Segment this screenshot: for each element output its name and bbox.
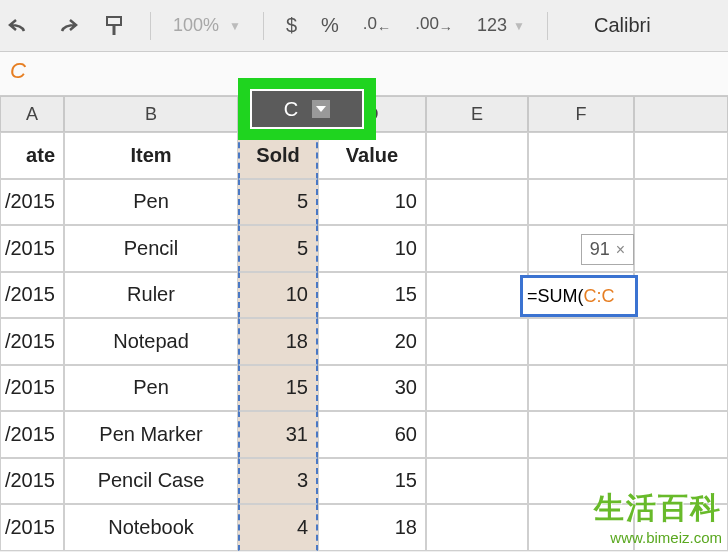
cell-item[interactable]: Pencil Case <box>64 458 238 505</box>
cell[interactable] <box>634 318 728 365</box>
separator <box>547 12 548 40</box>
cell[interactable] <box>528 318 634 365</box>
cell[interactable] <box>634 179 728 226</box>
number-format-group: $ % .0← .00→ 123 ▼ <box>286 14 525 37</box>
column-dropdown-icon[interactable] <box>312 100 330 118</box>
cell[interactable] <box>634 225 728 272</box>
cell-date[interactable]: /2015 <box>0 411 64 458</box>
close-icon[interactable]: × <box>616 241 625 259</box>
cell-date[interactable]: /2015 <box>0 179 64 226</box>
watermark: 生活百科 www.bimeiz.com <box>594 488 722 546</box>
cell-item[interactable]: Notebook <box>64 504 238 551</box>
cell-header-date[interactable]: ate <box>0 132 64 179</box>
cell-item[interactable]: Ruler <box>64 272 238 319</box>
col-header-e[interactable]: E <box>426 96 528 132</box>
toolbar: 100% ▼ $ % .0← .00→ 123 ▼ Calibri <box>0 0 728 52</box>
cell-sold[interactable]: 3 <box>238 458 318 505</box>
cell-item[interactable]: Pencil <box>64 225 238 272</box>
cell-value[interactable]: 15 <box>318 458 426 505</box>
spreadsheet-grid: A B D E F C ate Item Sold Value /2015 Pe… <box>0 96 728 551</box>
cell[interactable] <box>426 225 528 272</box>
cell-value[interactable]: 60 <box>318 411 426 458</box>
cell-sold[interactable]: 5 <box>238 225 318 272</box>
cell[interactable] <box>426 458 528 505</box>
cell[interactable] <box>426 411 528 458</box>
chevron-down-icon: ▼ <box>229 19 241 33</box>
watermark-url: www.bimeiz.com <box>594 529 722 546</box>
cell-item[interactable]: Pen <box>64 179 238 226</box>
cell[interactable] <box>634 411 728 458</box>
paint-format-icon[interactable] <box>102 13 128 39</box>
cell[interactable] <box>528 365 634 412</box>
cell-value[interactable]: 15 <box>318 272 426 319</box>
cell-date[interactable]: /2015 <box>0 272 64 319</box>
cell-sold[interactable]: 10 <box>238 272 318 319</box>
cell[interactable] <box>634 132 728 179</box>
col-header-b[interactable]: B <box>64 96 238 132</box>
cell[interactable] <box>528 132 634 179</box>
cell[interactable] <box>426 132 528 179</box>
col-header-f[interactable]: F <box>528 96 634 132</box>
cell-value[interactable]: 10 <box>318 179 426 226</box>
cell-date[interactable]: /2015 <box>0 504 64 551</box>
font-selector[interactable]: Calibri <box>594 14 651 37</box>
col-label: C <box>284 98 298 121</box>
table-row: /2015 Pen Marker 31 60 <box>0 411 728 458</box>
currency-button[interactable]: $ <box>286 14 297 37</box>
cell[interactable] <box>634 272 728 319</box>
increase-decimal-button[interactable]: .00→ <box>415 14 453 36</box>
percent-button[interactable]: % <box>321 14 339 37</box>
cell[interactable] <box>528 179 634 226</box>
chevron-down-icon: ▼ <box>513 19 525 33</box>
table-row: /2015 Pen 5 10 <box>0 179 728 226</box>
redo-icon[interactable] <box>54 13 80 39</box>
col-header-a[interactable]: A <box>0 96 64 132</box>
cell[interactable] <box>426 365 528 412</box>
cell[interactable] <box>426 504 528 551</box>
svg-rect-0 <box>107 17 121 25</box>
cell-item[interactable]: Pen <box>64 365 238 412</box>
cell-sold[interactable]: 5 <box>238 179 318 226</box>
cell-value[interactable]: 20 <box>318 318 426 365</box>
zoom-dropdown[interactable]: 100% ▼ <box>173 15 241 36</box>
selected-column-highlight: C <box>238 78 376 140</box>
tooltip-value: 91 <box>590 239 610 260</box>
watermark-text: 生活百科 <box>594 488 722 529</box>
cell-value[interactable]: 30 <box>318 365 426 412</box>
cell-date[interactable]: /2015 <box>0 365 64 412</box>
formula-prefix: =SUM( <box>527 286 584 307</box>
cell-sold[interactable]: 4 <box>238 504 318 551</box>
separator <box>150 12 151 40</box>
formula-range-ref: C:C <box>584 286 615 307</box>
cell-date[interactable]: /2015 <box>0 318 64 365</box>
zoom-value: 100% <box>173 15 219 36</box>
cell[interactable] <box>426 179 528 226</box>
cell-sold[interactable]: 18 <box>238 318 318 365</box>
cell-header-item[interactable]: Item <box>64 132 238 179</box>
undo-icon[interactable] <box>6 13 32 39</box>
separator <box>263 12 264 40</box>
cell-item[interactable]: Notepad <box>64 318 238 365</box>
cell-item[interactable]: Pen Marker <box>64 411 238 458</box>
decrease-decimal-button[interactable]: .0← <box>363 14 391 36</box>
cell-date[interactable]: /2015 <box>0 458 64 505</box>
cell-value[interactable]: 18 <box>318 504 426 551</box>
col-header-c-selected[interactable]: C <box>250 89 364 129</box>
cell-value[interactable]: 10 <box>318 225 426 272</box>
col-header-g[interactable] <box>634 96 728 132</box>
cell[interactable] <box>634 365 728 412</box>
cell[interactable] <box>426 272 528 319</box>
cell-sold[interactable]: 31 <box>238 411 318 458</box>
cell-date[interactable]: /2015 <box>0 225 64 272</box>
active-formula-cell[interactable]: =SUM(C:C <box>520 275 638 317</box>
sum-preview-tooltip: 91 × <box>581 234 634 265</box>
table-row: /2015 Pen 15 30 <box>0 365 728 412</box>
table-row: /2015 Notepad 18 20 <box>0 318 728 365</box>
cell-sold[interactable]: 15 <box>238 365 318 412</box>
cell[interactable] <box>426 318 528 365</box>
more-formats-dropdown[interactable]: 123 ▼ <box>477 15 525 36</box>
cell[interactable] <box>528 411 634 458</box>
